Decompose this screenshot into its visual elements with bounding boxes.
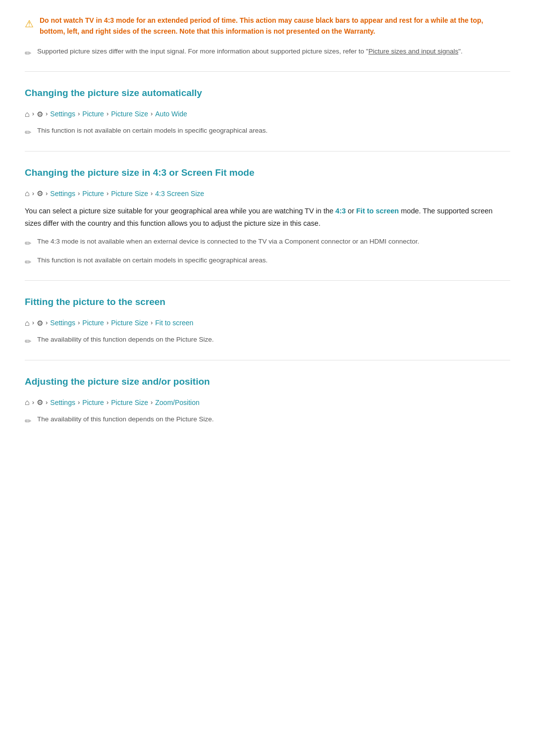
section1-title: Changing the picture size automatically [25,86,510,101]
bc-settings-2[interactable]: Settings [50,188,75,199]
bc-autowide[interactable]: Auto Wide [155,108,187,119]
bc-picturesize-4[interactable]: Picture Size [111,397,148,408]
section3-breadcrumb: ⌂ › ⚙ › Settings › Picture › Picture Siz… [25,317,510,330]
chevron-4e: › [151,398,153,408]
bc-settings-1[interactable]: Settings [50,108,75,119]
pencil-icon-s1: ✏ [25,126,31,139]
section2-body: You can select a picture size suitable f… [25,205,510,229]
bc-picture-4[interactable]: Picture [82,397,104,408]
warning-block: ⚠ Do not watch TV in 4:3 mode for an ext… [25,15,510,37]
gear-icon-3: ⚙ [37,317,43,329]
section3-title: Fitting the picture to the screen [25,295,510,309]
home-icon-3: ⌂ [25,317,30,330]
bc-settings-4[interactable]: Settings [50,397,75,408]
section4-breadcrumb: ⌂ › ⚙ › Settings › Picture › Picture Siz… [25,396,510,409]
bold-picturesize-4: Picture Size [176,415,212,423]
bc-picturesize-3[interactable]: Picture Size [111,317,148,328]
picture-sizes-link[interactable]: Picture sizes and input signals [369,48,459,55]
bc-settings-3[interactable]: Settings [50,317,75,328]
chevron-1d: › [107,109,108,119]
chevron-2c: › [78,189,80,199]
chevron-2e: › [151,189,153,199]
pencil-icon-s4: ✏ [25,415,31,428]
section1-breadcrumb: ⌂ › ⚙ › Settings › Picture › Picture Siz… [25,108,510,121]
section2-note1: ✏ The 4:3 mode is not available when an … [25,236,510,250]
note-text: Supported picture sizes differ with the … [37,46,463,57]
home-icon-4: ⌂ [25,396,30,409]
section2-breadcrumb: ⌂ › ⚙ › Settings › Picture › Picture Siz… [25,187,510,200]
section-zoom-position: Adjusting the picture size and/or positi… [25,374,510,428]
chevron-1a: › [32,109,34,119]
chevron-1b: › [46,109,48,119]
highlight-fittoscreen: Fit to screen [356,207,399,215]
chevron-3e: › [151,318,153,328]
divider-2 [25,151,510,151]
section1-note: ✏ This function is not available on cert… [25,125,510,139]
bc-picturesize-1[interactable]: Picture Size [111,108,148,119]
chevron-4c: › [78,398,80,408]
pencil-icon: ✏ [25,47,31,60]
chevron-4b: › [46,398,48,408]
chevron-3d: › [107,318,108,328]
chevron-2b: › [46,189,48,199]
section3-note: ✏ The availability of this function depe… [25,334,510,348]
warning-text: Do not watch TV in 4:3 mode for an exten… [40,15,510,37]
section2-note1-text: The 4:3 mode is not available when an ex… [37,236,419,247]
pencil-icon-s3: ✏ [25,335,31,348]
section2-note2-text: This function is not available on certai… [37,255,268,266]
chevron-3b: › [46,318,48,328]
bc-picture-2[interactable]: Picture [82,188,104,199]
home-icon-1: ⌂ [25,108,30,121]
chevron-4d: › [107,398,108,408]
section3-note-text: The availability of this function depend… [37,334,214,345]
section-43-screenfit: Changing the picture size in 4:3 or Scre… [25,165,510,268]
bc-picture-3[interactable]: Picture [82,317,104,328]
divider-1 [25,71,510,72]
section2-note2: ✏ This function is not available on cert… [25,255,510,269]
chevron-3a: › [32,318,34,328]
chevron-2d: › [107,189,108,199]
divider-4 [25,360,510,360]
section4-title: Adjusting the picture size and/or positi… [25,374,510,389]
bc-picture-1[interactable]: Picture [82,108,104,119]
gear-icon-1: ⚙ [37,108,43,120]
section-auto-wide: Changing the picture size automatically … [25,86,510,139]
section4-note-text: The availability of this function depend… [37,414,214,425]
chevron-4a: › [32,398,34,408]
chevron-3c: › [78,318,80,328]
pencil-icon-s2b: ✏ [25,256,31,269]
section2-title: Changing the picture size in 4:3 or Scre… [25,165,510,180]
section-fit-screen: Fitting the picture to the screen ⌂ › ⚙ … [25,295,510,348]
chevron-2a: › [32,189,34,199]
chevron-1c: › [78,109,80,119]
bc-zoomposition[interactable]: Zoom/Position [155,397,199,408]
note-supported-sizes: ✏ Supported picture sizes differ with th… [25,46,510,60]
home-icon-2: ⌂ [25,187,30,200]
chevron-1e: › [151,109,153,119]
pencil-icon-s2a: ✏ [25,237,31,250]
bold-picturesize-3: Picture Size [176,336,212,343]
gear-icon-2: ⚙ [37,188,43,200]
bc-fittoscreen[interactable]: Fit to screen [155,317,193,328]
section1-note-text: This function is not available on certai… [37,125,268,136]
divider-3 [25,280,510,281]
gear-icon-4: ⚙ [37,397,43,408]
bc-picturesize-2[interactable]: Picture Size [111,188,148,199]
bold-43: 4:3 [51,238,60,245]
bc-43screensize[interactable]: 4:3 Screen Size [155,188,204,199]
highlight-43: 4:3 [335,207,346,215]
section4-note: ✏ The availability of this function depe… [25,414,510,428]
warning-icon: ⚠ [25,16,34,32]
